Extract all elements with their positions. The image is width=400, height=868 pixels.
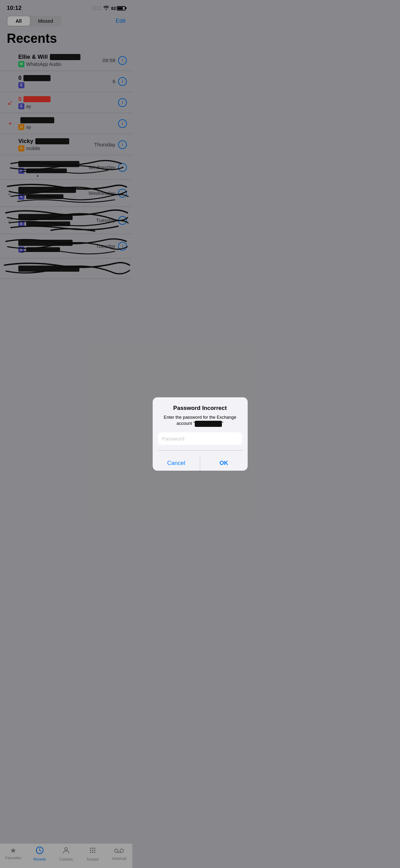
modal-backdrop: Password Incorrect Enter the password fo… — [0, 0, 132, 309]
